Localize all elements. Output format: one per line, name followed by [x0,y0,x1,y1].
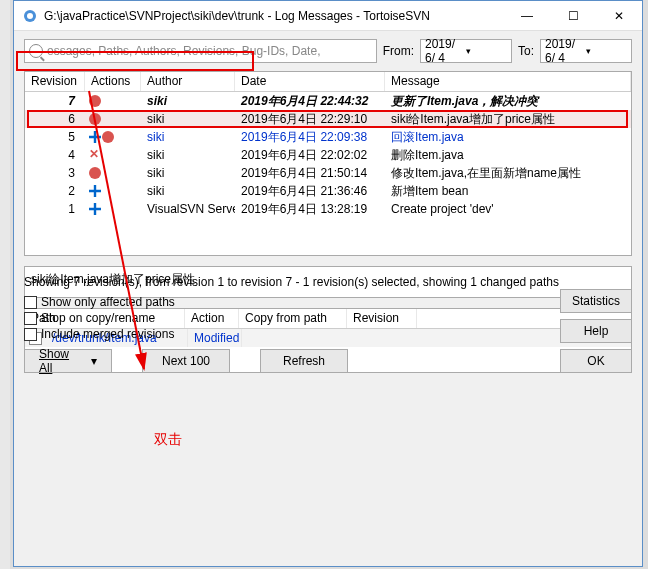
log-header[interactable]: Revision Actions Author Date Message [25,72,631,92]
chevron-down-icon: ▾ [466,46,507,56]
from-date-picker[interactable]: 2019/ 6/ 4▾ [420,39,512,63]
log-row[interactable]: 5siki2019年6月4日 22:09:38回滚Item.java [25,128,631,146]
ok-button[interactable]: OK [560,349,632,373]
log-window: G:\javaPractice\SVNProject\siki\dev\trun… [13,0,643,567]
annotation-text: 双击 [154,431,182,449]
window-title: G:\javaPractice\SVNProject\siki\dev\trun… [44,9,504,23]
col-message[interactable]: Message [385,72,631,91]
log-row[interactable]: 2siki2019年6月4日 21:36:46新增Item bean [25,182,631,200]
log-row[interactable]: 4✕siki2019年6月4日 22:02:02删除Item.java [25,146,631,164]
next-100-button[interactable]: Next 100 [142,349,230,373]
app-icon [22,8,38,24]
statistics-button[interactable]: Statistics [560,289,632,313]
col-actions[interactable]: Actions [85,72,141,91]
maximize-button[interactable]: ☐ [550,1,596,31]
to-date-picker[interactable]: 2019/ 6/ 4▾ [540,39,632,63]
col-revision[interactable]: Revision [25,72,85,91]
show-affected-checkbox[interactable] [24,296,37,309]
log-row[interactable]: 1VisualSVN Server2019年6月4日 13:28:19Creat… [25,200,631,218]
minimize-button[interactable]: — [504,1,550,31]
from-label: From: [383,44,414,58]
status-text: Showing 7 revision(s), from revision 1 t… [24,275,632,289]
titlebar: G:\javaPractice\SVNProject\siki\dev\trun… [14,1,642,31]
close-button[interactable]: ✕ [596,1,642,31]
log-row[interactable]: 3siki2019年6月4日 21:50:14修改Item.java,在里面新增… [25,164,631,182]
refresh-button[interactable]: Refresh [260,349,348,373]
stop-copy-checkbox[interactable] [24,312,37,325]
search-icon [29,44,43,58]
col-date[interactable]: Date [235,72,385,91]
log-list[interactable]: Revision Actions Author Date Message 7si… [24,71,632,256]
to-label: To: [518,44,534,58]
help-button[interactable]: Help [560,319,632,343]
merged-checkbox[interactable] [24,328,37,341]
search-input[interactable]: essages, Paths, Authors, Revisions, Bug-… [24,39,377,63]
log-row[interactable]: 7siki2019年6月4日 22:44:32更新了Item.java，解决冲突 [25,92,631,110]
svg-point-1 [27,13,33,19]
log-row[interactable]: 6siki2019年6月4日 22:29:10siki给Item.java增加了… [25,110,631,128]
show-all-button[interactable]: Show All ▾ [24,349,112,373]
chevron-down-icon: ▾ [586,46,627,56]
col-author[interactable]: Author [141,72,235,91]
